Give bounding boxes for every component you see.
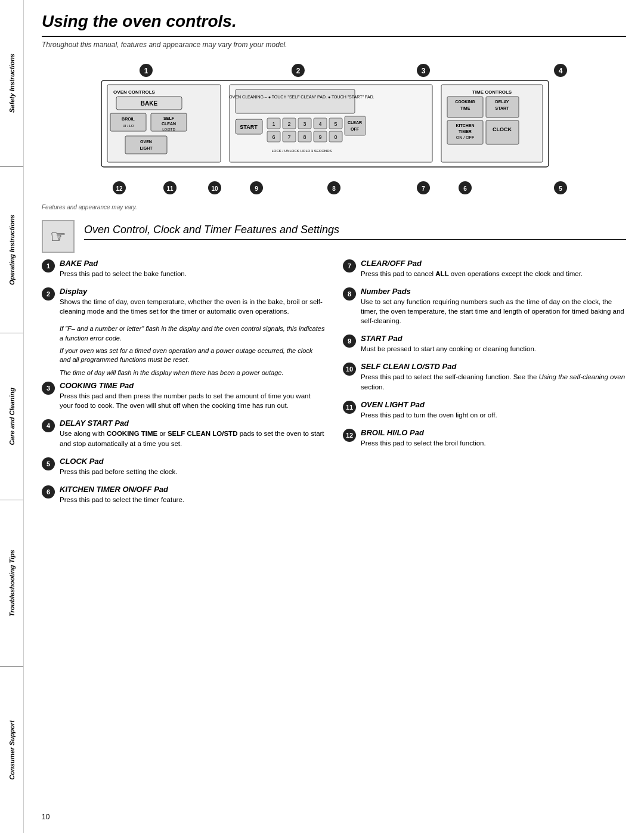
svg-text:1: 1 xyxy=(144,67,148,75)
feature-content-3: COOKING TIME Pad Press this pad and then… xyxy=(60,381,325,410)
italic-note-text-3: The time of day will flash in the displa… xyxy=(60,368,325,377)
diagram-caption: Features and appearance may vary. xyxy=(42,204,626,210)
svg-text:7: 7 xyxy=(422,185,425,192)
feature-desc-8: Use to set any function requiring number… xyxy=(361,297,626,326)
svg-text:HI / LO: HI / LO xyxy=(122,124,134,128)
feature-content-11: OVEN LIGHT Pad Press this pad to turn th… xyxy=(361,400,626,420)
svg-rect-24 xyxy=(236,89,355,113)
feature-desc-1: Press this pad to select the bake functi… xyxy=(60,269,325,278)
feature-badge-4: 4 xyxy=(42,419,55,432)
feature-title-4: DELAY START Pad xyxy=(60,419,325,428)
feature-badge-6: 6 xyxy=(42,485,55,498)
feature-item-3: 3 COOKING TIME Pad Press this pad and th… xyxy=(42,381,325,410)
svg-text:SELF: SELF xyxy=(163,116,175,120)
feature-desc-7: Press this pad to cancel ALL oven operat… xyxy=(361,269,626,278)
feature-item-1: 1 BAKE Pad Press this pad to select the … xyxy=(42,259,325,278)
feature-title-7: CLEAR/OFF Pad xyxy=(361,259,626,268)
svg-text:3: 3 xyxy=(303,121,306,127)
feature-badge-10: 10 xyxy=(343,363,356,376)
feature-item-4: 4 DELAY START Pad Use along with COOKING… xyxy=(42,419,325,448)
feature-content-4: DELAY START Pad Use along with COOKING T… xyxy=(60,419,325,448)
svg-text:START: START xyxy=(240,124,258,130)
svg-text:11: 11 xyxy=(166,185,174,192)
svg-text:OVEN: OVEN xyxy=(140,140,152,144)
feature-title-2: Display xyxy=(60,287,325,296)
svg-text:5: 5 xyxy=(559,185,562,192)
feature-desc-2: Shows the time of day, oven temperature,… xyxy=(60,297,325,316)
svg-text:8: 8 xyxy=(332,185,336,192)
sidebar: Safety Instructions Operating Instructio… xyxy=(0,0,24,833)
svg-text:4: 4 xyxy=(318,121,321,127)
main-content: Using the oven controls. Throughout this… xyxy=(24,0,644,833)
feature-item-2: 2 Display Shows the time of day, oven te… xyxy=(42,287,325,316)
feature-title-11: OVEN LIGHT Pad xyxy=(361,400,626,409)
feature-content-12: BROIL HI/LO Pad Press this pad to select… xyxy=(361,428,626,448)
sidebar-label-care: Care and Cleaning xyxy=(8,388,16,445)
svg-text:TIME CONTROLS: TIME CONTROLS xyxy=(472,89,512,95)
feature-item-12: 12 BROIL HI/LO Pad Press this pad to sel… xyxy=(343,428,626,448)
feature-badge-5: 5 xyxy=(42,457,55,470)
sidebar-section-care: Care and Cleaning xyxy=(8,333,16,500)
sidebar-label-consumer: Consumer Support xyxy=(8,720,16,780)
feature-desc-12: Press this pad to select the broil funct… xyxy=(361,438,626,448)
feature-item-10: 10 SELF CLEAN LO/STD Pad Press this pad … xyxy=(343,362,626,391)
feature-badge-3: 3 xyxy=(42,382,55,395)
svg-text:LIGHT: LIGHT xyxy=(140,146,153,150)
feature-badge-1: 1 xyxy=(42,259,55,272)
svg-text:1: 1 xyxy=(272,121,275,127)
feature-content-10: SELF CLEAN LO/STD Pad Press this pad to … xyxy=(361,362,626,391)
subtitle-text: Throughout this manual, features and app… xyxy=(42,41,626,49)
svg-rect-64 xyxy=(486,120,519,144)
sidebar-section-consumer: Consumer Support xyxy=(8,667,16,833)
feature-badge-8: 8 xyxy=(343,287,356,301)
svg-text:BAKE: BAKE xyxy=(141,100,158,107)
sidebar-label-safety: Safety Instructions xyxy=(8,54,16,113)
feature-title-1: BAKE Pad xyxy=(60,259,325,268)
page-number: 10 xyxy=(42,813,49,821)
feature-item-5: 5 CLOCK Pad Press this pad before settin… xyxy=(42,457,325,476)
svg-text:START: START xyxy=(496,106,510,110)
feature-title-8: Number Pads xyxy=(361,287,626,296)
svg-rect-13 xyxy=(110,113,146,131)
sidebar-label-troubleshooting: Troubleshooting Tips xyxy=(8,550,16,617)
feature-badge-9: 9 xyxy=(343,335,356,348)
feature-title-9: START Pad xyxy=(361,334,626,343)
svg-text:4: 4 xyxy=(559,67,563,75)
svg-text:7: 7 xyxy=(287,134,290,140)
feature-desc-9: Must be pressed to start any cooking or … xyxy=(361,344,626,354)
features-grid: 1 BAKE Pad Press this pad to select the … xyxy=(42,259,626,513)
feature-title-6: KITCHEN TIMER ON/OFF Pad xyxy=(60,485,325,494)
feature-desc-4: Use along with COOKING TIME or SELF CLEA… xyxy=(60,429,325,448)
sidebar-section-troubleshooting: Troubleshooting Tips xyxy=(8,500,16,667)
feature-badge-7: 7 xyxy=(343,259,356,272)
feature-badge-2: 2 xyxy=(42,287,55,301)
svg-text:9: 9 xyxy=(255,185,258,192)
feature-desc-6: Press this pad to select the timer featu… xyxy=(60,495,325,504)
feature-content-6: KITCHEN TIMER ON/OFF Pad Press this pad … xyxy=(60,485,325,504)
feature-item-6: 6 KITCHEN TIMER ON/OFF Pad Press this pa… xyxy=(42,485,325,504)
svg-text:LOCK / UNLOCK HOLD 3 SECONDS: LOCK / UNLOCK HOLD 3 SECONDS xyxy=(271,149,332,153)
feature-desc-11: Press this pad to turn the oven light on… xyxy=(361,410,626,420)
svg-text:TIMER: TIMER xyxy=(459,129,472,134)
feature-desc-3: Press this pad and then press the number… xyxy=(60,391,325,410)
features-left-column: 1 BAKE Pad Press this pad to select the … xyxy=(42,259,325,513)
svg-text:8: 8 xyxy=(303,134,306,140)
svg-text:CLOCK: CLOCK xyxy=(493,126,512,132)
feature-item-8: 8 Number Pads Use to set any function re… xyxy=(343,287,626,326)
svg-text:3: 3 xyxy=(422,67,426,75)
oven-diagram-svg: 1 2 3 4 OVEN CONTROLS BAKE BROIL HI / LO xyxy=(42,60,626,203)
sidebar-section-operating: Operating Instructions xyxy=(8,167,16,333)
svg-text:6: 6 xyxy=(463,185,467,192)
section2-title: Oven Control, Clock and Timer Features a… xyxy=(84,224,626,240)
svg-text:LO/STD: LO/STD xyxy=(162,128,175,131)
svg-text:2: 2 xyxy=(296,67,301,75)
sidebar-label-operating: Operating Instructions xyxy=(8,215,16,285)
feature-title-12: BROIL HI/LO Pad xyxy=(361,428,626,437)
svg-text:DELAY: DELAY xyxy=(495,100,509,104)
feature-content-8: Number Pads Use to set any function requ… xyxy=(361,287,626,326)
svg-text:TIME: TIME xyxy=(460,106,470,110)
svg-text:OFF: OFF xyxy=(351,127,360,131)
sidebar-section-safety: Safety Instructions xyxy=(8,0,16,166)
features-right-column: 7 CLEAR/OFF Pad Press this pad to cancel… xyxy=(343,259,626,513)
svg-text:ON / OFF: ON / OFF xyxy=(456,135,474,140)
